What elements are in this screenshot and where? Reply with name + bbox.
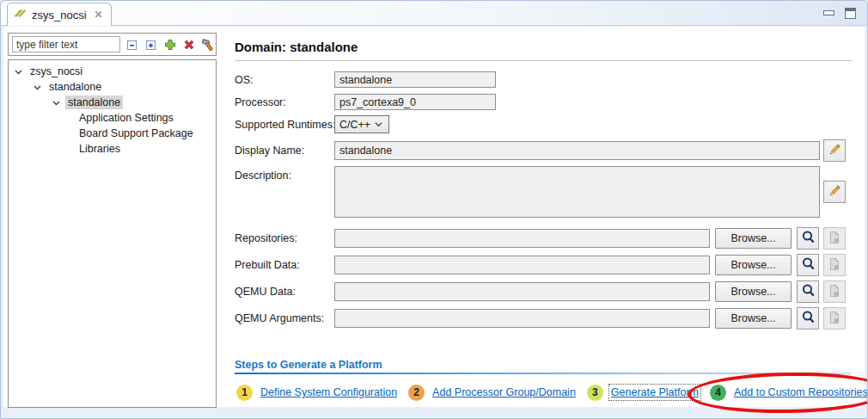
description-field[interactable]	[334, 166, 820, 218]
qemu-data-search-button[interactable]	[797, 280, 819, 303]
remove-file-icon	[828, 284, 841, 300]
edit-description-button[interactable]	[823, 181, 846, 203]
search-magnifier-icon	[801, 256, 816, 274]
maximize-icon[interactable]	[845, 8, 856, 19]
display-name-label: Display Name:	[235, 145, 304, 157]
step-1-badge: 1	[236, 385, 253, 401]
tree-item-standalone-l2-selected[interactable]: standalone	[9, 95, 216, 110]
tree-item-application-settings[interactable]: Application Settings	[9, 110, 216, 126]
filter-input[interactable]	[12, 36, 120, 52]
steps-heading: Steps to Generate a Platform	[235, 359, 382, 371]
tree-item-standalone-l1[interactable]: standalone	[9, 79, 216, 95]
explorer-toolbar	[8, 33, 217, 56]
repositories-search-button[interactable]	[797, 227, 819, 250]
prebuilt-data-browse-button[interactable]: Browse...	[715, 255, 792, 275]
chevron-down-icon[interactable]	[33, 83, 42, 92]
chevron-down-icon[interactable]	[52, 98, 61, 108]
step-2-badge: 2	[408, 385, 425, 401]
build-hammer-icon[interactable]	[201, 37, 215, 52]
title-divider	[235, 60, 852, 61]
tree-item-zsys-nocsi[interactable]: zsys_nocsi	[9, 64, 216, 79]
add-plus-icon[interactable]	[163, 37, 177, 52]
minimize-icon[interactable]	[823, 10, 834, 15]
supported-runtimes-label: Supported Runtimes:	[235, 119, 335, 131]
processor-label: Processor:	[235, 96, 286, 108]
qemu-data-browse-button[interactable]: Browse...	[715, 281, 792, 302]
repositories-browse-button[interactable]: Browse...	[715, 228, 792, 249]
step-define-system-configuration: 1 Define System Configuration	[236, 385, 397, 401]
chevron-down-icon	[375, 120, 382, 128]
search-magnifier-icon	[801, 283, 816, 300]
steps-row: 1 Define System Configuration 2 Add Proc…	[236, 383, 868, 402]
qemu-data-label: QEMU Data:	[235, 286, 296, 298]
processor-field[interactable]	[334, 94, 496, 110]
remove-file-icon	[828, 257, 841, 274]
page-title: Domain: standalone	[235, 40, 358, 54]
edit-display-name-button[interactable]	[823, 139, 846, 162]
qemu-data-remove-file-button	[823, 280, 846, 303]
project-tree: zsys_nocsi standalone standalone Applica…	[8, 59, 217, 408]
repositories-label: Repositories:	[235, 232, 297, 244]
remove-file-icon	[828, 311, 841, 327]
step-add-to-custom-repositories: 4 Add to Custom Repositories	[710, 385, 868, 401]
prebuilt-data-remove-file-button	[823, 254, 846, 276]
qemu-arguments-field[interactable]	[334, 309, 710, 328]
chevron-down-icon[interactable]	[14, 67, 23, 77]
step-3-badge: 3	[587, 385, 603, 401]
editor-view: zsys_nocsi ✕	[0, 0, 868, 419]
qemu-arguments-remove-file-button	[823, 307, 846, 330]
platform-project-icon	[14, 7, 27, 22]
add-to-custom-repositories-link[interactable]: Add to Custom Repositories	[734, 386, 868, 398]
prebuilt-data-label: Prebuilt Data:	[235, 259, 300, 271]
qemu-arguments-search-button[interactable]	[797, 307, 819, 330]
tab-title: zsys_nocsi	[32, 9, 87, 22]
qemu-arguments-label: QEMU Arguments:	[235, 312, 324, 324]
search-magnifier-icon	[801, 310, 816, 327]
edit-pencil-icon	[828, 184, 841, 200]
tab-bar: zsys_nocsi ✕	[1, 1, 867, 26]
remove-file-icon	[828, 231, 841, 247]
qemu-data-field[interactable]	[334, 282, 710, 301]
expand-all-icon[interactable]	[144, 37, 158, 52]
steps-divider	[235, 373, 852, 374]
step-add-processor-group-domain: 2 Add Processor Group/Domain	[408, 385, 576, 401]
collapse-all-icon[interactable]	[125, 37, 139, 52]
qemu-arguments-browse-button[interactable]: Browse...	[715, 308, 792, 329]
prebuilt-data-search-button[interactable]	[797, 254, 819, 276]
tree-item-board-support-package[interactable]: Board Support Package	[9, 126, 216, 141]
tab-zsys-nocsi[interactable]: zsys_nocsi ✕	[7, 3, 112, 26]
repositories-field[interactable]	[334, 229, 710, 248]
repositories-remove-file-button	[823, 227, 846, 250]
os-field[interactable]	[334, 71, 496, 88]
description-label: Description:	[235, 169, 291, 182]
search-magnifier-icon	[801, 230, 816, 247]
edit-pencil-icon	[828, 143, 841, 159]
step-generate-platform: 3 Generate Platform	[587, 385, 699, 401]
define-system-configuration-link[interactable]: Define System Configuration	[260, 386, 397, 398]
display-name-field[interactable]	[334, 141, 820, 160]
step-4-badge: 4	[710, 385, 726, 401]
add-processor-group-domain-link[interactable]: Add Processor Group/Domain	[432, 386, 576, 398]
supported-runtimes-select[interactable]: C/C++	[334, 115, 389, 133]
tree-item-libraries[interactable]: Libraries	[9, 141, 216, 157]
remove-x-icon[interactable]	[182, 37, 196, 52]
os-label: OS:	[235, 74, 254, 86]
tab-close-icon[interactable]: ✕	[95, 9, 103, 21]
view-window-controls	[823, 8, 856, 19]
prebuilt-data-field[interactable]	[334, 256, 710, 274]
generate-platform-link[interactable]: Generate Platform	[611, 386, 699, 398]
